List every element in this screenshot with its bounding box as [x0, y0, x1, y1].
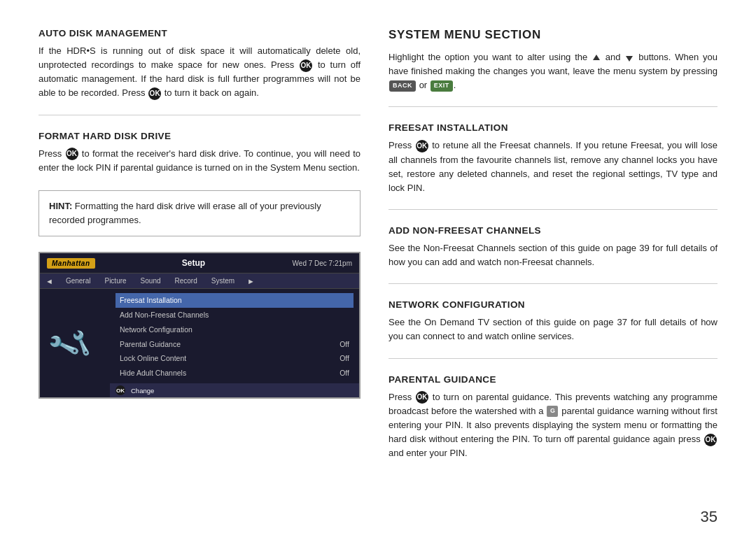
ok-badge-2: OK: [148, 87, 161, 100]
divider-1: [38, 115, 360, 115]
svg-marker-1: [626, 56, 633, 62]
svg-marker-0: [593, 55, 600, 60]
ok-badge-3: OK: [66, 148, 78, 160]
tv-menu: Freesat Installation Add Non-Freesat Cha…: [110, 289, 359, 394]
ok-badge-6: OK: [704, 434, 717, 446]
section-auto-disk-title: AUTO DISK MANAGEMENT: [38, 28, 360, 38]
tv-footer-label: Change: [131, 387, 154, 395]
system-menu-intro: Highlight the option you want to alter u…: [388, 50, 718, 92]
back-badge: BACK: [389, 80, 416, 92]
hint-box: HINT: Formatting the hard disk drive wil…: [38, 190, 360, 236]
divider-4: [388, 283, 718, 284]
add-nonfreesat-body: See the Non-Freesat Channels section of …: [388, 241, 718, 269]
tv-nav: ◄ General Picture Sound Record System ►: [40, 273, 359, 289]
network-config-body: See the On Demand TV section of this gui…: [388, 315, 718, 343]
parental-guidance-body: Press OK to turn on parental guidance. T…: [388, 390, 718, 461]
section-format-title: FORMAT HARD DISK DRIVE: [38, 131, 360, 141]
tv-footer-ok: OK: [115, 385, 125, 395]
g-badge: G: [547, 406, 558, 417]
exit-badge: EXIT: [430, 80, 453, 92]
tools-icon: 🔧🔧: [46, 320, 104, 362]
tv-menu-add-nonfreesat: Add Non-Freesat Channels: [115, 308, 354, 322]
ok-badge-5: OK: [416, 391, 428, 404]
add-nonfreesat-title: ADD NON-FREESAT CHANNELS: [388, 225, 718, 236]
hint-bold: HINT:: [49, 201, 72, 211]
section-format-body: Press OK to format the receiver's hard d…: [38, 147, 360, 175]
hint-text: Formatting the hard disk drive will eras…: [49, 201, 321, 225]
tv-screenshot: Manhattan Setup Wed 7 Dec 7:21pm ◄ Gener…: [38, 252, 360, 399]
tv-nav-system: System: [204, 276, 241, 286]
tv-menu-parental: Parental GuidanceOff: [115, 337, 354, 352]
tv-menu-lock-online: Lock Online ContentOff: [115, 351, 354, 366]
tv-menu-network: Network Configuration: [115, 322, 354, 337]
divider-3: [388, 209, 718, 210]
left-column: AUTO DISK MANAGEMENT If the HDR•S is run…: [38, 28, 360, 519]
freesat-install-title: FREESAT INSTALLATION: [388, 122, 718, 133]
ok-badge-1: OK: [300, 59, 312, 72]
divider-5: [388, 358, 718, 359]
tv-nav-arrow-left: ◄: [40, 277, 59, 285]
network-config-title: NETWORK CONFIGURATION: [388, 299, 718, 310]
divider-2: [388, 106, 718, 107]
tv-nav-arrow-right: ►: [241, 277, 260, 285]
manhattan-logo: Manhattan: [47, 258, 95, 269]
system-menu-main-title: SYSTEM MENU SECTION: [388, 28, 718, 42]
tv-nav-record: Record: [168, 276, 204, 286]
page: AUTO DISK MANAGEMENT If the HDR•S is run…: [0, 0, 756, 547]
freesat-install-body: Press OK to retune all the Freesat chann…: [388, 138, 718, 195]
parental-guidance-title: PARENTAL GUIDANCE: [388, 374, 718, 385]
tv-image-area: 🔧🔧: [40, 289, 110, 394]
tv-nav-sound: Sound: [134, 276, 168, 286]
tv-menu-freesat: Freesat Installation: [115, 293, 354, 308]
tv-menu-hide-adult: Hide Adult ChannelsOff: [115, 366, 354, 381]
up-arrow-icon: [592, 53, 601, 63]
tv-header-time: Wed 7 Dec 7:21pm: [293, 260, 352, 267]
tv-header-title: Setup: [182, 258, 205, 268]
tv-footer: OK Change: [110, 383, 359, 397]
down-arrow-icon: [624, 53, 634, 63]
tv-header: Manhattan Setup Wed 7 Dec 7:21pm: [40, 253, 359, 273]
ok-badge-4: OK: [416, 140, 428, 152]
tv-nav-general: General: [59, 276, 98, 286]
page-number: 35: [701, 508, 718, 526]
tv-nav-picture: Picture: [97, 276, 133, 286]
right-column: SYSTEM MENU SECTION Highlight the option…: [388, 28, 718, 519]
tv-body: 🔧🔧 Freesat Installation Add Non-Freesat …: [40, 289, 359, 394]
section-auto-disk-body: If the HDR•S is running out of disk spac…: [38, 44, 360, 101]
